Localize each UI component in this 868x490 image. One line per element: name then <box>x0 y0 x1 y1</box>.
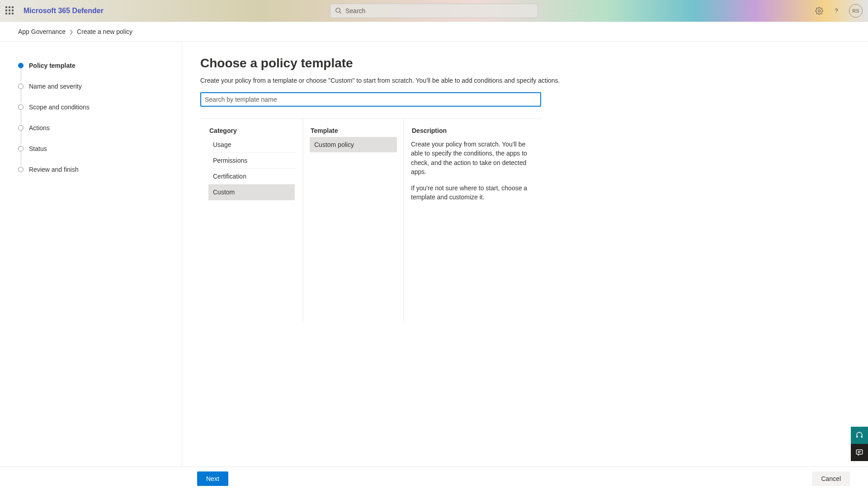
wizard-sidebar: Policy templateName and severityScope an… <box>0 42 182 466</box>
help-icon[interactable] <box>832 6 841 15</box>
step-marker-icon <box>18 125 24 131</box>
category-column: Category UsagePermissionsCertificationCu… <box>200 119 303 322</box>
next-button[interactable]: Next <box>197 471 228 486</box>
feedback-icon[interactable] <box>851 444 868 461</box>
description-heading: Description <box>411 127 541 134</box>
global-search-input[interactable] <box>345 7 533 14</box>
svg-line-1 <box>340 12 341 14</box>
step-label: Actions <box>29 124 50 132</box>
description-paragraph-1: Create your policy from scratch. You'll … <box>411 140 538 176</box>
page-title: Choose a policy template <box>200 56 850 71</box>
template-item-0[interactable]: Custom policy <box>310 137 397 152</box>
category-item-custom[interactable]: Custom <box>208 184 295 200</box>
global-search[interactable] <box>330 4 538 18</box>
header-bar: Microsoft 365 Defender RS <box>0 0 868 22</box>
settings-icon[interactable] <box>815 6 824 15</box>
wizard-step-4[interactable]: Status <box>18 138 182 159</box>
headset-icon[interactable] <box>851 427 868 444</box>
step-marker-icon <box>18 146 24 151</box>
wizard-step-3[interactable]: Actions <box>18 118 182 138</box>
wizard-step-2[interactable]: Scope and conditions <box>18 97 182 118</box>
wizard-step-1[interactable]: Name and severity <box>18 76 182 97</box>
search-icon <box>335 7 342 14</box>
app-launcher-icon[interactable] <box>5 6 14 15</box>
category-item-certification[interactable]: Certification <box>208 169 295 184</box>
svg-rect-4 <box>856 436 858 438</box>
step-label: Policy template <box>29 62 75 69</box>
floating-actions <box>851 427 868 461</box>
step-marker-icon <box>18 167 24 172</box>
template-column: Template Custom policy <box>303 119 404 322</box>
step-label: Name and severity <box>29 83 82 90</box>
category-item-permissions[interactable]: Permissions <box>208 153 295 169</box>
wizard-step-5[interactable]: Review and finish <box>18 159 182 180</box>
chevron-right-icon: ❯ <box>69 29 73 35</box>
wizard-step-0[interactable]: Policy template <box>18 55 182 76</box>
cancel-button[interactable]: Cancel <box>812 471 850 486</box>
step-label: Review and finish <box>29 166 79 173</box>
step-marker-icon <box>18 104 24 110</box>
user-avatar[interactable]: RS <box>849 4 863 18</box>
category-heading: Category <box>208 127 295 134</box>
breadcrumb-current: Create a new policy <box>77 28 132 35</box>
breadcrumb: App Governance ❯ Create a new policy <box>0 22 868 42</box>
page-subtitle: Create your policy from a template or ch… <box>200 77 850 84</box>
template-columns: Category UsagePermissionsCertificationCu… <box>200 118 541 322</box>
description-paragraph-2: If you're not sure where to start, choos… <box>411 184 538 202</box>
content-area: Choose a policy template Create your pol… <box>182 42 868 466</box>
description-column: Description Create your policy from scra… <box>404 119 541 322</box>
svg-point-3 <box>836 12 836 13</box>
step-marker-icon <box>18 84 24 89</box>
template-heading: Template <box>310 127 397 134</box>
svg-point-2 <box>818 9 821 12</box>
step-label: Status <box>29 145 47 152</box>
template-search-input[interactable] <box>200 92 541 107</box>
footer-bar: Next Cancel <box>0 466 868 490</box>
category-item-usage[interactable]: Usage <box>208 137 295 153</box>
step-marker-icon <box>18 63 24 68</box>
breadcrumb-root[interactable]: App Governance <box>18 28 66 35</box>
step-label: Scope and conditions <box>29 104 90 111</box>
svg-rect-6 <box>856 450 863 454</box>
svg-rect-5 <box>861 436 863 438</box>
svg-point-0 <box>336 8 340 12</box>
app-title[interactable]: Microsoft 365 Defender <box>24 7 104 15</box>
